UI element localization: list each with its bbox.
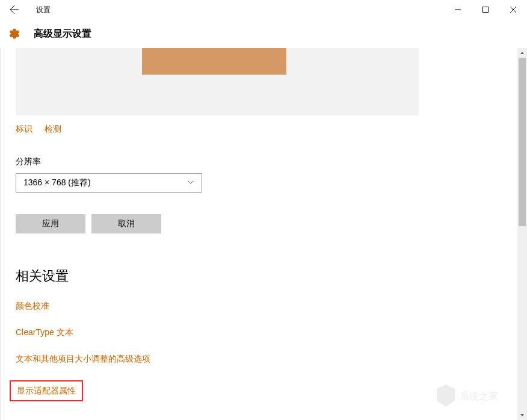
resolution-dropdown[interactable]: 1366 × 768 (推荐) (16, 173, 202, 193)
identify-link[interactable]: 标识 (16, 124, 32, 135)
chevron-down-icon (187, 178, 194, 188)
window-controls (444, 0, 527, 19)
content-area: 标识 检测 分辨率 1366 × 768 (推荐) 应用 取消 相关设置 颜色校… (0, 48, 527, 420)
minimize-button[interactable] (444, 0, 472, 19)
page-header: 高级显示设置 (0, 19, 527, 48)
display-preview-area (16, 48, 419, 116)
svg-rect-1 (483, 7, 488, 13)
display-adapter-link[interactable]: 显示适配器属性 (17, 386, 76, 395)
titlebar: 设置 (0, 0, 527, 19)
close-icon (510, 7, 516, 13)
window-title: 设置 (36, 5, 51, 15)
back-button[interactable] (0, 0, 29, 19)
display-link-row: 标识 检测 (16, 124, 527, 135)
cleartype-link[interactable]: ClearType 文本 (16, 327, 527, 338)
scrollbar-up-arrow-icon[interactable] (517, 48, 527, 58)
cancel-button[interactable]: 取消 (91, 214, 161, 233)
page-title: 高级显示设置 (34, 28, 91, 40)
text-sizing-link[interactable]: 文本和其他项目大小调整的高级选项 (16, 354, 527, 365)
monitor-preview[interactable] (142, 48, 286, 75)
back-arrow-icon (10, 5, 19, 14)
minimize-icon (455, 7, 461, 13)
scrollbar-down-arrow-icon[interactable] (517, 410, 527, 420)
color-calibration-link[interactable]: 颜色校准 (16, 301, 527, 312)
maximize-button[interactable] (472, 0, 499, 19)
close-button[interactable] (499, 0, 527, 19)
resolution-label: 分辨率 (16, 156, 527, 167)
related-links-list: 颜色校准 ClearType 文本 文本和其他项目大小调整的高级选项 显示适配器… (16, 301, 527, 413)
scrollbar-track[interactable] (517, 48, 527, 420)
related-settings-title: 相关设置 (16, 267, 527, 285)
apply-button[interactable]: 应用 (16, 214, 85, 233)
left-divider (0, 48, 1, 420)
display-adapter-highlight: 显示适配器属性 (10, 380, 83, 401)
scrollbar-thumb[interactable] (519, 58, 526, 226)
maximize-icon (482, 7, 488, 13)
resolution-value: 1366 × 768 (推荐) (23, 178, 91, 188)
gear-icon (8, 28, 20, 40)
action-button-row: 应用 取消 (16, 214, 527, 233)
detect-link[interactable]: 检测 (45, 124, 61, 135)
